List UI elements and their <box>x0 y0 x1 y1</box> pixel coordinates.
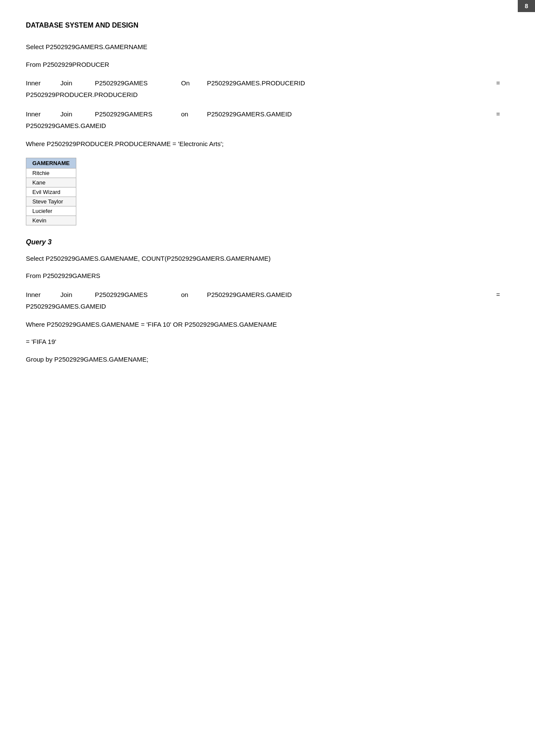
table-row: Evil Wizard <box>26 187 76 197</box>
table-cell-gamername: Evil Wizard <box>26 187 76 197</box>
join1-col3: P2502929GAMES <box>95 77 181 89</box>
table-row: Kevin <box>26 216 76 225</box>
join1-col6: = <box>496 77 509 89</box>
join1-indent: P2502929PRODUCER.PRODUCERID <box>26 89 509 100</box>
q3-where-line2: = 'FIFA 19' <box>26 337 509 347</box>
select-statement: Select P2502929GAMERS.GAMERNAME <box>26 42 509 52</box>
q3-join1-col2: Join <box>60 289 95 300</box>
where-statement: Where P2502929PRODUCER.PRODUCERNAME = 'E… <box>26 139 509 149</box>
join1-col1: Inner <box>26 77 60 89</box>
table-cell-gamername: Ritchie <box>26 168 76 178</box>
table-cell-gamername: Kevin <box>26 216 76 225</box>
query3-heading: Query 3 <box>26 238 509 246</box>
table-cell-gamername: Luciefer <box>26 206 76 216</box>
table-cell-gamername: Kane <box>26 178 76 187</box>
table-row: Ritchie <box>26 168 76 178</box>
q3-join1-col4: on <box>181 289 207 300</box>
q3-inner-join-1-row: Inner Join P2502929GAMES on P2502929GAME… <box>26 289 509 300</box>
q3-join1-col5: P2502929GAMERS.GAMEID <box>207 289 492 300</box>
q3-join1-col1: Inner <box>26 289 60 300</box>
q3-where-line1: Where P2502929GAMES.GAMENAME = 'FIFA 10'… <box>26 320 509 330</box>
join1-col4: On <box>181 77 207 89</box>
join2-indent: P2502929GAMES.GAMEID <box>26 120 509 131</box>
q3-group-by: Group by P2502929GAMES.GAMENAME; <box>26 355 509 365</box>
join2-col1: Inner <box>26 108 60 120</box>
join2-col2: Join <box>60 108 95 120</box>
result-table: GAMERNAME RitchieKaneEvil WizardSteve Ta… <box>26 158 76 225</box>
page-number: 8 <box>518 0 535 12</box>
join1-col2: Join <box>60 77 95 89</box>
table-row: Steve Taylor <box>26 197 76 206</box>
q3-join1-col6: = <box>496 289 509 300</box>
q3-join1-col3: P2502929GAMES <box>95 289 181 300</box>
table-header-gamername: GAMERNAME <box>26 158 76 168</box>
from-statement: From P2502929PRODUCER <box>26 60 509 70</box>
table-row: Luciefer <box>26 206 76 216</box>
table-row: Kane <box>26 178 76 187</box>
join2-col4: on <box>181 108 207 120</box>
page-title: DATABASE SYSTEM AND DESIGN <box>26 22 509 29</box>
inner-join-2-row: Inner Join P2502929GAMERS on P2502929GAM… <box>26 108 509 120</box>
join2-col3: P2502929GAMERS <box>95 108 181 120</box>
inner-join-1-row: Inner Join P2502929GAMES On P2502929GAME… <box>26 77 509 89</box>
q3-select-statement: Select P2502929GAMES.GAMENAME, COUNT(P25… <box>26 254 509 264</box>
table-cell-gamername: Steve Taylor <box>26 197 76 206</box>
q3-join1-indent: P2502929GAMES.GAMEID <box>26 300 509 312</box>
join1-col5: P2502929GAMES.PRODUCERID <box>207 77 492 89</box>
q3-from-statement: From P2502929GAMERS <box>26 271 509 281</box>
join2-col5: P2502929GAMERS.GAMEID <box>207 108 492 120</box>
join2-col6: = <box>496 108 509 120</box>
